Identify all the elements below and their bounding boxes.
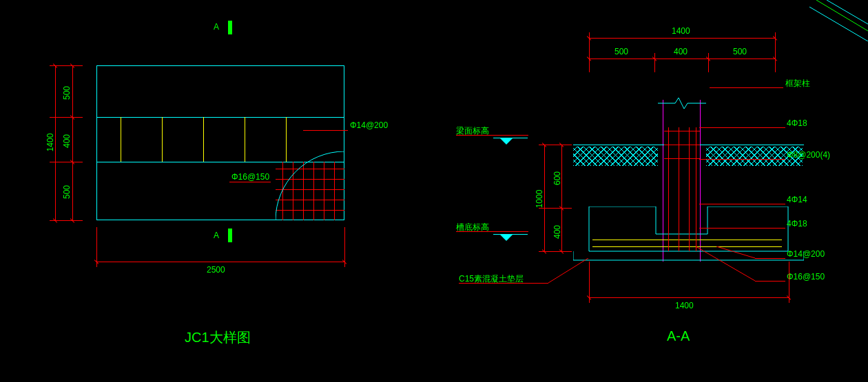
stirrup [664, 145, 700, 145]
leader [459, 283, 548, 284]
dim-top-seg1: 500 [614, 47, 628, 56]
svg-line-1 [696, 246, 755, 281]
leader-diag [696, 246, 758, 282]
dim-line [589, 297, 789, 298]
dim-side-seg2: 400 [552, 225, 562, 239]
dim-line [72, 65, 73, 220]
dim-line [589, 59, 775, 59]
leader [699, 228, 785, 229]
col-rebar [668, 127, 669, 251]
corner-lines [809, 0, 868, 41]
section-title: A-A [667, 328, 690, 344]
svg-line-5 [809, 7, 868, 41]
ground-hatch-l [573, 147, 658, 166]
dim-bottom-total: 1400 [675, 301, 694, 310]
dim-top-seg3: 500 [733, 47, 747, 56]
dim-ext [708, 53, 709, 72]
dim-line [589, 38, 775, 39]
leader [699, 127, 785, 128]
rebar-r5: Φ14@200 [787, 249, 825, 259]
dim-top-total: 1400 [672, 26, 690, 36]
leader [456, 135, 528, 136]
dim-ext [50, 162, 83, 162]
datum-triangle [499, 138, 513, 145]
dim-row-top: 500 [62, 86, 72, 100]
rebar-r3: 4Φ14 [787, 195, 807, 204]
section-label-bottom: A [214, 231, 219, 240]
rebar-label-top: Φ14@200 [350, 120, 388, 130]
footing-rebar [592, 240, 782, 240]
column-label: 框架柱 [785, 78, 810, 89]
leader [755, 258, 785, 259]
col-rebar [679, 127, 679, 251]
plan-vertical-rebar [203, 117, 204, 162]
plan-vertical-rebar [121, 117, 121, 162]
dim-total-width: 2500 [207, 265, 225, 275]
dim-ext [50, 117, 83, 118]
rebar-r4: 4Φ18 [787, 219, 807, 229]
section-marker-bottom [228, 229, 232, 242]
section-label-top: A [214, 22, 219, 32]
dim-line [96, 262, 344, 262]
dim-top-seg2: 400 [674, 47, 688, 56]
rebar-r2: Φ8@200(4) [787, 150, 830, 160]
section-marker-top [228, 21, 232, 34]
svg-line-2 [548, 258, 588, 283]
leader [699, 159, 785, 160]
plan-arc [276, 151, 348, 224]
rebar-label-mid: Φ16@150 [231, 172, 269, 182]
leader [303, 130, 348, 131]
col-rebar [689, 127, 690, 251]
plan-vertical-rebar [245, 117, 245, 162]
plan-vertical-rebar [162, 117, 163, 162]
leader [456, 231, 528, 232]
plan-row-divider-1 [96, 117, 344, 118]
col-rebar [696, 127, 696, 251]
leader-diag [548, 258, 590, 284]
leader [755, 281, 785, 282]
plan-title: JC1大样图 [185, 328, 251, 347]
dim-row-bot: 500 [62, 185, 72, 199]
stirrup [664, 131, 700, 131]
break-symbol [658, 96, 706, 110]
rebar-r6: Φ16@150 [787, 272, 825, 282]
dim-row-mid: 400 [62, 134, 72, 148]
leader [699, 204, 785, 204]
dim-total-height: 1400 [45, 134, 55, 152]
stirrup [664, 158, 700, 159]
dim-ext [654, 53, 655, 72]
leader [710, 87, 783, 88]
dim-side-seg1: 600 [552, 171, 562, 185]
rebar-r1: 4Φ18 [787, 118, 807, 128]
datum-triangle [499, 234, 513, 241]
dim-side-total: 1000 [535, 190, 544, 209]
leader [229, 182, 271, 182]
